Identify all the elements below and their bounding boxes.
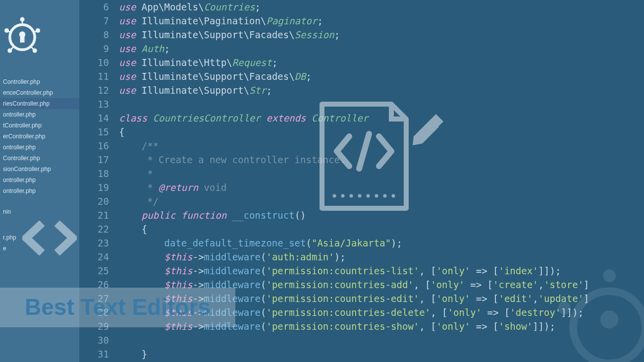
- code-line[interactable]: use Auth;: [119, 42, 644, 56]
- file-item[interactable]: erController.php: [0, 131, 79, 142]
- site-logo-icon: [0, 15, 45, 60]
- line-number: 23: [79, 236, 109, 250]
- code-line[interactable]: {: [119, 222, 644, 236]
- code-line[interactable]: $this->middleware('auth:admin');: [119, 250, 644, 264]
- banner-title: Best Text Editors: [25, 294, 211, 320]
- line-number: 13: [79, 97, 109, 111]
- file-item[interactable]: ontroller.php: [0, 142, 79, 153]
- file-item[interactable]: ontroller.php: [0, 175, 79, 185]
- line-number: 10: [79, 56, 109, 69]
- line-number: 17: [79, 153, 109, 167]
- code-line[interactable]: use App\Models\Countries;: [119, 0, 644, 14]
- line-number: 31: [79, 347, 109, 361]
- svg-point-15: [350, 194, 353, 198]
- svg-point-13: [333, 194, 336, 198]
- file-list: Controller.phpenceController.phpriesCont…: [0, 76, 79, 196]
- file-item[interactable]: nin: [0, 206, 79, 217]
- svg-point-19: [383, 194, 387, 198]
- line-number: 16: [79, 139, 109, 153]
- file-item[interactable]: riesController.php: [0, 98, 79, 109]
- line-number: 22: [79, 222, 109, 236]
- line-number: 20: [79, 194, 109, 208]
- line-number: 6: [79, 0, 109, 14]
- file-item[interactable]: ontroller.php: [0, 109, 79, 120]
- line-number: 7: [79, 14, 109, 28]
- svg-point-17: [367, 194, 370, 198]
- file-item[interactable]: enceController.php: [0, 87, 79, 98]
- svg-point-26: [558, 302, 571, 314]
- line-number: 11: [79, 69, 109, 83]
- svg-point-18: [375, 194, 378, 198]
- line-number: 9: [79, 42, 109, 56]
- code-line[interactable]: date_default_timezone_set("Asia/Jakarta"…: [119, 236, 644, 250]
- code-line[interactable]: use Illuminate\Support\Facades\Session;: [119, 28, 644, 42]
- line-number: 18: [79, 167, 109, 181]
- file-item[interactable]: tController.php: [0, 120, 79, 131]
- line-number: 15: [79, 125, 109, 139]
- svg-line-10: [10, 46, 14, 51]
- svg-point-16: [358, 194, 362, 198]
- file-item[interactable]: Controller.php: [0, 153, 79, 164]
- angle-brackets-icon: [22, 221, 77, 255]
- code-file-pencil-icon: [307, 94, 446, 218]
- file-item[interactable]: sionController.php: [0, 164, 79, 175]
- code-line[interactable]: use Illuminate\Support\Facades\DB;: [119, 69, 644, 83]
- code-line[interactable]: use Illuminate\Pagination\Paginator;: [119, 14, 644, 28]
- code-line[interactable]: use Illuminate\Http\Request;: [119, 56, 644, 69]
- svg-point-24: [603, 269, 616, 282]
- file-item[interactable]: ontroller.php: [0, 185, 79, 196]
- line-number: 24: [79, 250, 109, 264]
- line-number: 8: [79, 28, 109, 42]
- title-banner: Best Text Editors: [0, 288, 235, 327]
- line-number: 25: [79, 264, 109, 278]
- line-number: 12: [79, 83, 109, 97]
- svg-point-23: [600, 310, 618, 328]
- svg-point-14: [341, 194, 345, 198]
- line-number: 19: [79, 181, 109, 194]
- svg-point-20: [392, 194, 395, 198]
- svg-line-12: [359, 134, 369, 169]
- line-number: 30: [79, 333, 109, 347]
- svg-line-9: [30, 46, 35, 51]
- line-number: 21: [79, 208, 109, 222]
- file-item[interactable]: Controller.php: [0, 76, 79, 87]
- line-number: 14: [79, 111, 109, 125]
- background-logo-icon: [545, 263, 644, 362]
